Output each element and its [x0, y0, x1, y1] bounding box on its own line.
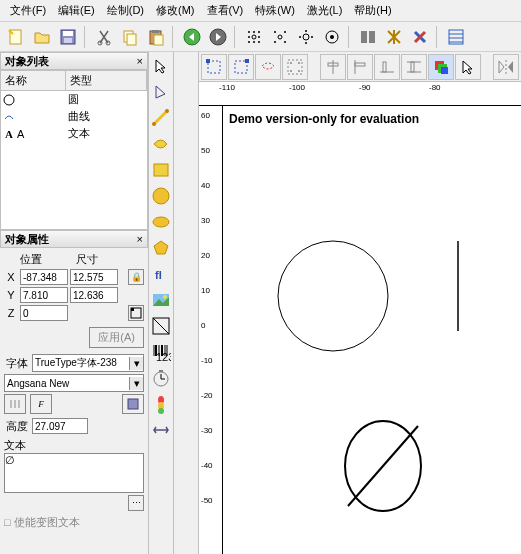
italic-button[interactable]: F [30, 394, 52, 414]
menu-draw[interactable]: 绘制(D) [101, 1, 150, 20]
mirror-h[interactable] [493, 54, 519, 80]
svg-rect-35 [369, 31, 375, 43]
light-tool[interactable] [149, 392, 173, 416]
svg-rect-9 [152, 30, 159, 33]
svg-rect-78 [288, 60, 302, 74]
z-input[interactable] [20, 305, 68, 321]
height-input[interactable] [32, 418, 88, 434]
col-type[interactable]: 类型 [66, 71, 147, 90]
svg-point-19 [248, 41, 250, 43]
close-icon[interactable]: × [137, 55, 143, 67]
col-name[interactable]: 名称 [1, 71, 66, 90]
curve-icon [1, 111, 17, 123]
svg-line-99 [348, 426, 418, 506]
svg-rect-91 [411, 62, 414, 72]
copy-button[interactable] [118, 25, 142, 49]
lock-icon[interactable]: 🔒 [128, 269, 144, 285]
node-tool[interactable] [149, 80, 173, 104]
cut-button[interactable] [92, 25, 116, 49]
sel-box1[interactable] [201, 54, 227, 80]
rect-tool[interactable] [149, 158, 173, 182]
list-item[interactable]: 曲线 [1, 108, 147, 125]
align1[interactable] [320, 54, 346, 80]
y-size-input[interactable] [70, 287, 118, 303]
x-size-input[interactable] [70, 269, 118, 285]
text-tool[interactable]: fI [149, 262, 173, 286]
props-button[interactable] [444, 25, 468, 49]
list-item[interactable]: A A 文本 [1, 125, 147, 142]
text-opts-button[interactable]: ⋯ [128, 495, 144, 511]
redo-button[interactable] [206, 25, 230, 49]
snap2-button[interactable] [268, 25, 292, 49]
drawing-canvas[interactable]: Demo version-only for evaluation [223, 106, 521, 554]
image-tool[interactable] [149, 288, 173, 312]
svg-point-21 [258, 41, 260, 43]
paste-button[interactable] [144, 25, 168, 49]
snap4-button[interactable] [320, 25, 344, 49]
align3[interactable] [374, 54, 400, 80]
svg-point-17 [252, 35, 256, 39]
anchor-icon[interactable] [128, 305, 144, 321]
sel-box2[interactable] [228, 54, 254, 80]
size-label: 尺寸 [76, 252, 124, 267]
line-tool[interactable] [149, 106, 173, 130]
snap3-button[interactable] [294, 25, 318, 49]
svg-marker-95 [499, 61, 504, 73]
canvas-area: -110 -100 -90 -80 60 50 40 30 20 10 0 -1… [199, 52, 521, 554]
hatch1-button[interactable] [356, 25, 380, 49]
undo-button[interactable] [180, 25, 204, 49]
style1-button[interactable] [4, 394, 26, 414]
select-tool[interactable] [149, 54, 173, 78]
ellipse-tool[interactable] [149, 210, 173, 234]
save2-button[interactable] [122, 394, 144, 414]
svg-point-49 [165, 109, 169, 113]
hatch2-button[interactable] [382, 25, 406, 49]
list-item[interactable]: 圆 [1, 91, 147, 108]
svg-point-27 [303, 34, 309, 40]
obj-prop-title: 对象属性 [5, 232, 49, 247]
menu-file[interactable]: 文件(F) [4, 1, 52, 20]
tools-button[interactable] [408, 25, 432, 49]
property-panel: 位置 尺寸 X 🔒 Y Z [0, 248, 148, 534]
x-label: X [4, 271, 18, 283]
y-pos-input[interactable] [20, 287, 68, 303]
svg-rect-88 [383, 62, 386, 72]
menu-special[interactable]: 特殊(W) [249, 1, 301, 20]
measure-tool[interactable] [149, 418, 173, 442]
align4[interactable] [401, 54, 427, 80]
sel-lasso[interactable] [255, 54, 281, 80]
x-pos-input[interactable] [20, 269, 68, 285]
text-input[interactable]: ∅ [4, 453, 144, 493]
menu-laser[interactable]: 激光(L) [301, 1, 348, 20]
shape-toolbar [174, 52, 199, 554]
menu-view[interactable]: 查看(V) [201, 1, 250, 20]
curve-tool[interactable] [149, 132, 173, 156]
close-icon[interactable]: × [137, 233, 143, 245]
left-panel: 对象列表 × 名称 类型 圆 曲线 A A 文本 [0, 52, 149, 554]
menu-help[interactable]: 帮助(H) [348, 1, 397, 20]
apply-button[interactable]: 应用(A) [89, 327, 144, 348]
svg-rect-50 [154, 164, 168, 176]
barcode-tool[interactable]: 1234 [149, 340, 173, 364]
new-button[interactable] [4, 25, 28, 49]
font-type-combo[interactable]: ▾ [32, 354, 144, 372]
layers-icon[interactable] [428, 54, 454, 80]
open-button[interactable] [30, 25, 54, 49]
enable-var-checkbox[interactable]: □ 使能变图文本 [4, 515, 144, 530]
sel-all[interactable] [282, 54, 308, 80]
font-name-combo[interactable]: ▾ [4, 374, 144, 392]
snap1-button[interactable] [242, 25, 266, 49]
polygon-tool[interactable] [149, 236, 173, 260]
object-list[interactable]: 名称 类型 圆 曲线 A A 文本 [0, 70, 148, 230]
cursor-icon[interactable] [455, 54, 481, 80]
svg-marker-53 [154, 241, 168, 254]
menu-modify[interactable]: 修改(M) [150, 1, 201, 20]
menu-edit[interactable]: 编辑(E) [52, 1, 101, 20]
svg-rect-2 [63, 31, 73, 36]
align2[interactable] [347, 54, 373, 80]
svg-point-82 [298, 70, 300, 72]
save-button[interactable] [56, 25, 80, 49]
timer-tool[interactable] [149, 366, 173, 390]
circle-tool[interactable] [149, 184, 173, 208]
vector-tool[interactable] [149, 314, 173, 338]
